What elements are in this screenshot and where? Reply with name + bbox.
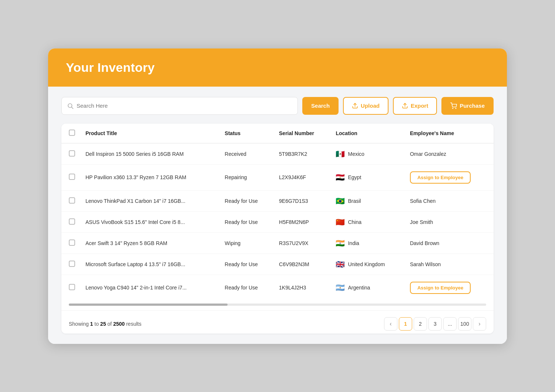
row-employee: Sarah Wilson [405,254,494,275]
col-serial: Serial Number [274,124,330,143]
row-checkbox[interactable] [69,218,75,225]
svg-point-4 [453,108,453,109]
row-location: 🇪🇬Egypt [330,164,405,190]
select-all-checkbox[interactable] [69,130,75,136]
flag-icon: 🇮🇳 [336,239,345,247]
flag-icon: 🇧🇷 [336,197,345,205]
row-serial: 9E6G7D1S3 [274,190,330,211]
row-checkbox[interactable] [69,174,75,180]
row-employee: Omar Gonzalez [405,143,494,165]
svg-line-1 [71,107,73,108]
svg-point-5 [456,108,457,109]
col-status: Status [219,124,274,143]
row-location: 🇨🇳China [330,211,405,232]
page-ellipsis: ... [443,317,457,331]
row-serial: 5T9B3R7K2 [274,143,330,165]
cart-icon [450,103,457,109]
row-checkbox-cell [61,232,80,254]
row-checkbox[interactable] [69,150,75,157]
col-product: Product Title [80,124,219,143]
table-row: Lenovo Yoga C940 14" 2-in-1 Intel Core i… [61,275,494,301]
row-product: Lenovo Yoga C940 14" 2-in-1 Intel Core i… [80,275,219,301]
page-3-button[interactable]: 3 [428,317,442,331]
table-body: Dell Inspiron 15 5000 Series i5 16GB RAM… [61,143,494,301]
flag-icon: 🇪🇬 [336,174,345,181]
row-product: Lenovo ThinkPad X1 Carbon 14" i7 16GB... [80,190,219,211]
page-title: Your Inventory [66,60,489,75]
row-location: 🇧🇷Brasil [330,190,405,211]
location-name: Egypt [348,174,361,180]
main-content: Search Upload Export Purchase [48,87,507,344]
prev-page-button[interactable]: ‹ [384,317,397,331]
location-name: China [348,219,361,225]
row-serial: L2X9J4K6F [274,164,330,190]
row-location: 🇮🇳India [330,232,405,254]
search-wrapper [61,97,298,115]
row-checkbox-cell [61,211,80,232]
table-row: Lenovo ThinkPad X1 Carbon 14" i7 16GB...… [61,190,494,211]
flag-icon: 🇲🇽 [336,150,345,158]
search-button[interactable]: Search [302,97,339,115]
employee-name: Sofia Chen [410,198,435,204]
row-location: 🇬🇧United Kingdom [330,254,405,275]
row-product: Dell Inspiron 15 5000 Series i5 16GB RAM [80,143,219,165]
search-icon [67,103,74,109]
toolbar: Search Upload Export Purchase [61,97,494,115]
select-all-header [61,124,80,143]
assign-to-employee-button[interactable]: Assign to Employee [410,171,471,184]
row-status: Ready for Use [219,275,274,301]
row-location: 🇲🇽Mexico [330,143,405,165]
page-2-button[interactable]: 2 [414,317,427,331]
table-row: ASUS VivoBook S15 15.6" Intel Core i5 8.… [61,211,494,232]
table-row: Dell Inspiron 15 5000 Series i5 16GB RAM… [61,143,494,165]
employee-name: Omar Gonzalez [410,151,446,157]
row-employee: Assign to Employee [405,275,494,301]
row-employee: Assign to Employee [405,164,494,190]
page-1-button[interactable]: 1 [399,317,412,331]
row-checkbox[interactable] [69,284,75,290]
export-button[interactable]: Export [393,97,437,115]
search-input[interactable] [77,103,292,109]
row-product: Acer Swift 3 14" Ryzen 5 8GB RAM [80,232,219,254]
row-checkbox-cell [61,143,80,165]
export-icon [402,103,408,109]
inventory-table-card: Product Title Status Serial Number Locat… [61,124,494,334]
table-row: Acer Swift 3 14" Ryzen 5 8GB RAMWipingR3… [61,232,494,254]
location-name: India [348,240,359,246]
row-status: Ready for Use [219,211,274,232]
purchase-button[interactable]: Purchase [441,97,494,115]
upload-button[interactable]: Upload [343,97,388,115]
scrollbar-track[interactable] [69,304,486,306]
location-name: United Kingdom [348,261,385,267]
row-employee: Joe Smith [405,211,494,232]
row-status: Ready for Use [219,254,274,275]
assign-to-employee-button[interactable]: Assign to Employee [410,282,471,294]
table-footer: Showing 1 to 25 of 2500 results ‹ 1 2 3 … [61,310,494,334]
table-header: Product Title Status Serial Number Locat… [61,124,494,143]
row-serial: 1K9L4J2H3 [274,275,330,301]
row-status: Repairing [219,164,274,190]
col-employee: Employee's Name [405,124,494,143]
row-checkbox[interactable] [69,261,75,267]
row-checkbox-cell [61,190,80,211]
row-checkbox[interactable] [69,197,75,204]
row-serial: R3S7U2V9X [274,232,330,254]
row-location: 🇦🇷Argentina [330,275,405,301]
row-status: Ready for Use [219,190,274,211]
next-page-button[interactable]: › [473,317,486,331]
location-name: Brasil [348,198,361,204]
header-banner: Your Inventory [48,48,507,87]
scrollbar-container [61,301,494,310]
row-product: HP Pavilion x360 13.3" Ryzen 7 12GB RAM [80,164,219,190]
employee-name: David Brown [410,240,439,246]
flag-icon: 🇨🇳 [336,218,345,226]
flag-icon: 🇬🇧 [336,261,345,268]
row-checkbox[interactable] [69,239,75,246]
row-product: Microsoft Surface Laptop 4 13.5" i7 16GB… [80,254,219,275]
location-name: Argentina [348,285,370,291]
location-name: Mexico [348,151,364,157]
pagination: ‹ 1 2 3 ... 100 › [384,317,486,331]
row-employee: Sofia Chen [405,190,494,211]
row-checkbox-cell [61,275,80,301]
page-100-button[interactable]: 100 [458,317,471,331]
